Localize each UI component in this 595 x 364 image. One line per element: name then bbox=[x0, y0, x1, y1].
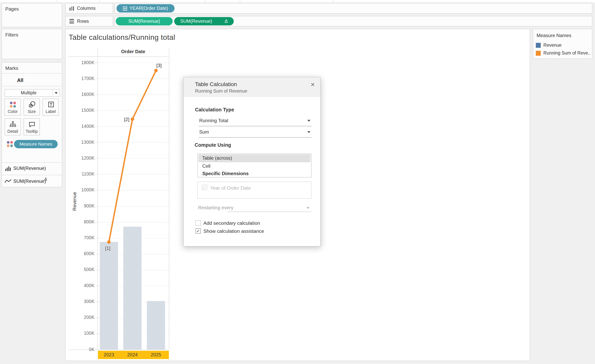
y-tick-label: 1700K bbox=[68, 76, 94, 81]
marks-subcard-sum-revenue-bar[interactable]: SUM(Revenue) bbox=[2, 162, 62, 175]
measure-names-pill[interactable]: Measure Names bbox=[14, 140, 57, 148]
marks-tab-all[interactable]: All bbox=[17, 77, 23, 83]
dimension-field-box: ✓ Year of Order Date bbox=[197, 182, 312, 199]
bar-2024[interactable] bbox=[123, 227, 142, 350]
pill-sum-revenue[interactable]: SUM(Revenue) bbox=[116, 17, 173, 26]
gridline bbox=[98, 142, 169, 143]
line-point-3[interactable] bbox=[154, 69, 158, 72]
filters-shelf-title: Filters bbox=[5, 32, 18, 37]
y-tick-label: 700K bbox=[68, 235, 94, 241]
column-field-header[interactable]: Order Date bbox=[98, 49, 169, 54]
line-chart-icon bbox=[4, 179, 12, 184]
legend-item[interactable]: Revenue bbox=[536, 42, 562, 48]
checkbox-label: Show calculation assistance bbox=[203, 228, 264, 234]
y-tick bbox=[95, 350, 98, 350]
aggregation-dropdown[interactable]: Sum bbox=[199, 128, 312, 137]
dropdown-underline bbox=[227, 212, 312, 212]
expand-plus-icon bbox=[123, 6, 127, 10]
top-edge-strip bbox=[0, 0, 595, 2]
y-tick bbox=[95, 206, 98, 206]
y-tick-label: 800K bbox=[68, 219, 94, 225]
tooltip-icon bbox=[28, 121, 36, 128]
chevron-down-icon bbox=[306, 207, 310, 209]
detail-icon bbox=[8, 121, 17, 128]
chevron-down-icon bbox=[307, 131, 310, 133]
tooltip-button[interactable]: Tooltip bbox=[24, 118, 40, 135]
delta-badge: Δ bbox=[44, 177, 47, 181]
marks-subcard-label: SUM(Revenue) bbox=[13, 166, 46, 171]
compute-option[interactable]: Specific Dimensions bbox=[198, 170, 311, 178]
compute-option[interactable]: Cell bbox=[198, 162, 311, 170]
divider bbox=[2, 73, 62, 74]
legend-swatch bbox=[536, 42, 541, 48]
y-tick-label: 1600K bbox=[68, 92, 94, 97]
bar-2025[interactable] bbox=[147, 301, 165, 350]
rows-shelf-pills[interactable]: SUM(Revenue) SUM(Revenue) Δ bbox=[115, 16, 592, 27]
label-button[interactable]: Label bbox=[42, 99, 59, 116]
color-shelf-icon[interactable] bbox=[7, 141, 13, 147]
y-tick-label: 400K bbox=[68, 283, 94, 289]
marks-subcard-sum-revenue-line[interactable]: SUM(Revenue) Δ bbox=[2, 175, 62, 187]
checkbox-unchecked[interactable] bbox=[195, 220, 201, 226]
detail-button[interactable]: Detail bbox=[5, 118, 21, 135]
checkbox-checked[interactable]: ✓ bbox=[195, 228, 201, 234]
year-of-order-date-checkbox: ✓ bbox=[202, 185, 207, 190]
dropdown-caret-zone[interactable] bbox=[52, 89, 60, 96]
close-icon[interactable]: ✕ bbox=[311, 82, 315, 88]
marks-card-title: Marks bbox=[5, 66, 18, 71]
compute-option[interactable]: Table (across) bbox=[198, 154, 311, 162]
y-tick-label: 100K bbox=[68, 331, 94, 337]
y-tick bbox=[95, 142, 98, 143]
y-tick-label: 1800K bbox=[68, 60, 94, 65]
size-button[interactable]: Size bbox=[24, 99, 40, 116]
category-axis-band[interactable]: 202320242025 bbox=[98, 351, 169, 359]
tableau-app: Pages Filters Marks All Multiple Color bbox=[0, 0, 595, 364]
y-tick bbox=[95, 158, 98, 159]
y-tick bbox=[95, 62, 98, 63]
columns-shelf-pills[interactable]: YEAR(Order Date) bbox=[115, 3, 592, 14]
y-tick bbox=[95, 254, 98, 254]
plot-right-border bbox=[169, 48, 169, 350]
y-tick bbox=[95, 302, 98, 302]
pages-shelf[interactable]: Pages bbox=[2, 3, 62, 27]
color-button[interactable]: Color bbox=[5, 99, 21, 116]
gridline bbox=[98, 222, 169, 222]
divider bbox=[57, 0, 57, 2]
bar-2023[interactable] bbox=[100, 242, 118, 350]
category-label-2025[interactable]: 2025 bbox=[151, 351, 161, 359]
legend-item[interactable]: Running Sum of Reve.. bbox=[536, 50, 590, 56]
y-tick bbox=[95, 318, 98, 318]
dimension-field-label: Year of Order Date bbox=[210, 185, 251, 191]
columns-shelf-text: Columns bbox=[77, 6, 95, 11]
dialog-title: Table Calculation bbox=[195, 81, 237, 87]
pages-shelf-title: Pages bbox=[5, 7, 19, 12]
mark-type-dropdown[interactable]: Multiple bbox=[5, 89, 60, 97]
y-tick-label: 1200K bbox=[68, 155, 94, 161]
marks-card: Marks All Multiple Color Size bbox=[2, 62, 62, 187]
marks-subcard-label: SUM(Revenue) bbox=[13, 179, 46, 184]
y-tick bbox=[95, 190, 98, 190]
category-label-2023[interactable]: 2023 bbox=[104, 351, 114, 359]
y-tick-label: 0K bbox=[68, 347, 94, 352]
header-rule bbox=[68, 56, 169, 57]
line-point-2[interactable] bbox=[131, 117, 134, 121]
dialog-subtitle: Running Sum of Revenue bbox=[195, 88, 247, 94]
legend-label: Running Sum of Reve.. bbox=[543, 50, 590, 56]
category-label-2024[interactable]: 2024 bbox=[127, 351, 138, 359]
y-tick bbox=[95, 110, 98, 111]
checkbox-label: Add secondary calculation bbox=[203, 220, 260, 226]
pill-year-order-date[interactable]: YEAR(Order Date) bbox=[116, 4, 175, 13]
filters-shelf[interactable]: Filters bbox=[2, 29, 62, 59]
gridline bbox=[98, 190, 169, 190]
compute-using-listbox: Table (across)CellSpecific Dimensions bbox=[197, 154, 312, 178]
tooltip-button-label: Tooltip bbox=[26, 129, 38, 134]
running-total-line[interactable] bbox=[109, 71, 156, 242]
size-icon bbox=[28, 101, 36, 109]
pill-sum-revenue-delta[interactable]: SUM(Revenue) Δ bbox=[174, 17, 234, 26]
compute-using-label: Compute Using bbox=[195, 142, 231, 148]
gridline bbox=[98, 158, 169, 159]
table-calculation-dialog: Table Calculation Running Sum of Revenue… bbox=[183, 77, 321, 246]
calculation-type-dropdown[interactable]: Running Total bbox=[199, 117, 312, 126]
mark-type-value: Multiple bbox=[5, 90, 52, 96]
divider bbox=[205, 0, 205, 2]
